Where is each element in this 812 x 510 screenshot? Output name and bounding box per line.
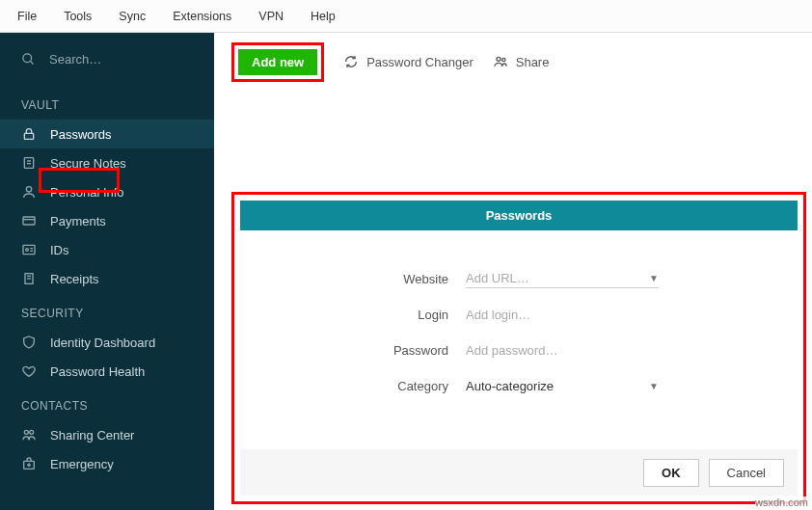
ok-button[interactable]: OK [643,459,699,487]
sidebar-item-password-health[interactable]: Password Health [0,357,214,386]
svg-point-22 [501,58,504,61]
receipt-icon [21,271,37,286]
people-icon [493,54,508,69]
cancel-button[interactable]: Cancel [709,459,784,487]
panel-footer: OK Cancel [240,449,798,496]
card-icon [21,213,37,228]
add-password-panel: Passwords Website Add URL… ▼ Login Add l… [231,192,806,504]
search-icon [21,52,36,67]
sidebar-item-receipts[interactable]: Receipts [0,264,214,293]
menu-file[interactable]: File [17,10,37,23]
menu-tools[interactable]: Tools [64,10,92,23]
note-icon [21,155,37,171]
svg-rect-7 [23,217,35,225]
sidebar-item-label: Secure Notes [50,156,126,171]
sidebar-item-sharing-center[interactable]: Sharing Center [0,420,214,449]
password-changer-button[interactable]: Password Changer [343,54,474,69]
lock-icon [21,126,37,142]
sidebar: Search… VAULT Passwords Secure Notes Per… [0,33,214,510]
sidebar-item-payments[interactable]: Payments [0,206,214,235]
person-icon [21,184,37,200]
password-placeholder: Add password… [466,343,557,358]
sidebar-item-identity-dashboard[interactable]: Identity Dashboard [0,328,214,357]
search-input[interactable]: Search… [0,33,214,85]
share-icon [21,427,37,443]
section-security: SECURITY [0,293,214,328]
website-field[interactable]: Add URL… ▼ [466,269,659,288]
login-placeholder: Add login… [466,308,530,322]
add-new-button[interactable]: Add new [238,49,317,75]
menu-help[interactable]: Help [311,10,336,23]
password-changer-label: Password Changer [366,55,474,69]
website-label: Website [273,272,466,286]
svg-point-21 [497,57,501,61]
watermark: wsxdn.com [755,497,808,508]
sidebar-item-label: Passwords [50,127,112,142]
sidebar-item-label: Password Health [50,364,145,379]
content-area: Add new Password Changer Share Passwords… [214,33,812,510]
sidebar-item-label: Receipts [50,272,99,286]
svg-rect-2 [24,133,33,139]
menu-vpn[interactable]: VPN [258,10,284,23]
chevron-down-icon: ▼ [649,381,659,391]
website-placeholder: Add URL… [466,271,529,285]
sidebar-item-label: Personal Info [50,185,124,200]
heart-icon [21,363,37,379]
sidebar-item-secure-notes[interactable]: Secure Notes [0,148,214,177]
password-field[interactable]: Add password… [466,341,659,360]
sidebar-item-label: IDs [50,243,69,257]
svg-point-6 [26,187,31,192]
svg-point-10 [26,249,29,252]
sidebar-item-label: Sharing Center [50,428,134,443]
share-label: Share [516,55,550,69]
kit-icon [21,456,37,471]
menu-sync[interactable]: Sync [119,10,146,23]
section-contacts: CONTACTS [0,386,214,420]
search-placeholder: Search… [49,52,101,67]
login-label: Login [273,308,466,322]
share-button[interactable]: Share [493,54,550,69]
svg-line-1 [30,61,33,64]
menu-bar: File Tools Sync Extensions VPN Help [0,0,812,33]
svg-point-16 [24,430,28,434]
sidebar-item-label: Payments [50,214,106,228]
sidebar-item-personal-info[interactable]: Personal Info [0,177,214,206]
sidebar-item-passwords[interactable]: Passwords [0,120,214,148]
id-icon [21,242,37,257]
refresh-icon [343,54,359,69]
toolbar: Add new Password Changer Share [214,33,812,91]
sidebar-item-label: Emergency [50,457,114,471]
sidebar-item-ids[interactable]: IDs [0,235,214,264]
category-label: Category [273,379,466,393]
chevron-down-icon: ▼ [649,273,659,283]
add-new-highlight: Add new [231,42,324,82]
panel-title: Passwords [240,201,798,230]
shield-icon [21,335,37,350]
section-vault: VAULT [0,85,214,120]
login-field[interactable]: Add login… [466,306,659,324]
password-label: Password [273,343,466,358]
category-value: Auto-categorize [466,379,554,393]
category-field[interactable]: Auto-categorize ▼ [466,377,659,395]
menu-extensions[interactable]: Extensions [173,10,231,23]
sidebar-item-emergency[interactable]: Emergency [0,449,214,478]
svg-point-0 [23,53,32,62]
sidebar-item-label: Identity Dashboard [50,336,155,350]
svg-point-17 [30,430,34,434]
